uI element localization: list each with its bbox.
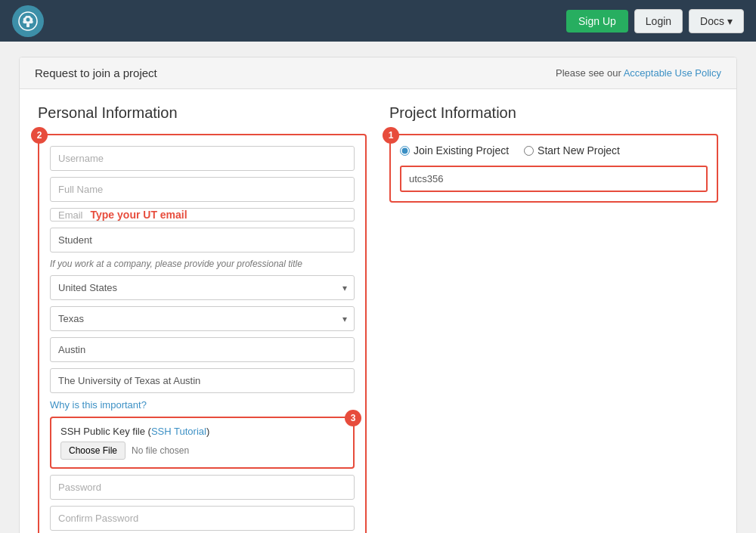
institution-group: [50, 368, 355, 393]
fullname-input[interactable]: [50, 177, 355, 202]
email-hint: Type your UT email: [91, 209, 187, 221]
personal-info-title: Personal Information: [38, 104, 367, 122]
project-info-column: Project Information 1 Join Existing Proj…: [389, 104, 718, 533]
institution-input[interactable]: [50, 368, 355, 393]
page-header: Request to join a project Please see our…: [20, 57, 736, 89]
company-hint: If you work at a company, please provide…: [50, 259, 355, 269]
city-input[interactable]: [50, 337, 355, 362]
annotation-2: 2: [31, 127, 48, 144]
country-select[interactable]: United States: [50, 275, 355, 300]
why-important-link[interactable]: Why is this important?: [50, 399, 355, 411]
project-type-radio-group: Join Existing Project Start New Project: [400, 144, 708, 156]
content-area: Personal Information 2 Email Type your U…: [20, 89, 736, 533]
policy-text: Please see our Acceptable Use Policy: [556, 67, 721, 79]
state-group: Texas ▾: [50, 306, 355, 331]
fullname-group: [50, 177, 355, 202]
page-container: Request to join a project Please see our…: [19, 57, 737, 533]
confirm-password-input[interactable]: [50, 506, 355, 531]
chevron-down-icon: ▾: [727, 15, 733, 27]
join-existing-radio-label[interactable]: Join Existing Project: [400, 144, 509, 156]
project-name-input[interactable]: [401, 167, 706, 191]
signup-button[interactable]: Sign Up: [566, 10, 628, 33]
city-group: [50, 337, 355, 362]
confirm-password-group: [50, 506, 355, 531]
start-new-radio[interactable]: [524, 146, 534, 156]
logo: [12, 5, 44, 37]
ssh-label: SSH Public Key file (SSH Tutorial): [60, 426, 344, 437]
svg-point-2: [26, 17, 30, 21]
file-upload-row: Choose File No file chosen: [60, 442, 344, 460]
docs-label: Docs: [700, 15, 724, 27]
state-select[interactable]: Texas: [50, 306, 355, 331]
login-button[interactable]: Login: [634, 9, 683, 33]
country-group: United States ▾: [50, 275, 355, 300]
ssh-tutorial-link[interactable]: SSH Tutorial: [151, 426, 206, 437]
svg-rect-1: [26, 23, 29, 27]
join-existing-radio[interactable]: [400, 146, 410, 156]
password-group: [50, 475, 355, 500]
title-group: [50, 228, 355, 253]
username-group: [50, 146, 355, 171]
project-type-box: 1 Join Existing Project Start New Projec…: [389, 134, 718, 203]
project-name-box: [400, 166, 708, 192]
title-input[interactable]: [50, 228, 355, 253]
navbar: Sign Up Login Docs ▾: [0, 0, 756, 42]
docs-button[interactable]: Docs ▾: [689, 9, 744, 33]
page-title: Request to join a project: [35, 67, 157, 79]
personal-info-form-box: 2 Email Type your UT email: [38, 134, 367, 533]
annotation-3: 3: [345, 410, 361, 426]
personal-info-column: Personal Information 2 Email Type your U…: [38, 104, 367, 533]
acceptable-use-policy-link[interactable]: Acceptable Use Policy: [624, 67, 721, 79]
no-file-text: No file chosen: [132, 445, 189, 456]
password-input[interactable]: [50, 475, 355, 500]
navbar-buttons: Sign Up Login Docs ▾: [566, 9, 744, 33]
project-info-title: Project Information: [389, 104, 718, 122]
start-new-radio-label[interactable]: Start New Project: [524, 144, 620, 156]
email-group: Email Type your UT email: [50, 208, 355, 222]
email-label: Email: [58, 209, 83, 221]
annotation-1: 1: [383, 127, 399, 144]
choose-file-button[interactable]: Choose File: [60, 442, 125, 460]
join-existing-label: Join Existing Project: [414, 144, 509, 156]
start-new-label: Start New Project: [538, 144, 620, 156]
ssh-section-box: 3 SSH Public Key file (SSH Tutorial) Cho…: [50, 417, 355, 469]
username-input[interactable]: [50, 146, 355, 171]
